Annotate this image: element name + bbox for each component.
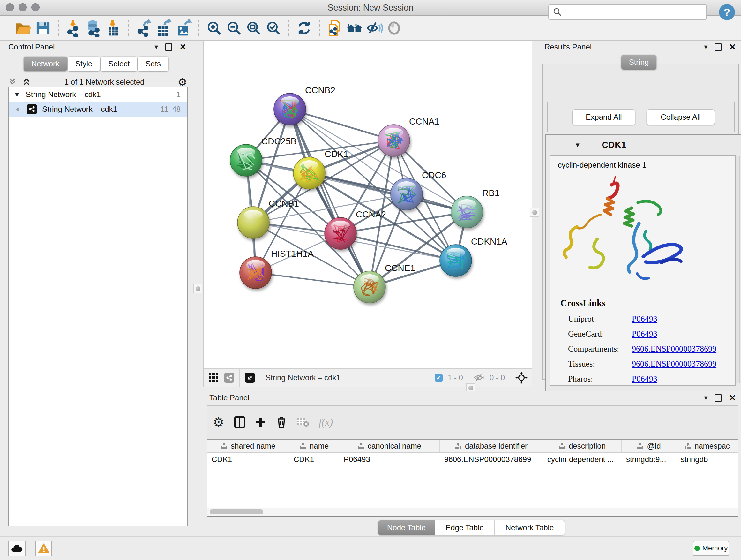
column-header[interactable]: description bbox=[543, 440, 622, 452]
table-cell[interactable]: CDK1 bbox=[207, 453, 289, 466]
column-header[interactable]: database identifier bbox=[440, 440, 543, 452]
table-horizontal-scrollbar[interactable] bbox=[207, 508, 738, 516]
panel-float-icon[interactable] bbox=[165, 44, 172, 51]
zoom-selected-button[interactable] bbox=[264, 18, 283, 38]
section-disclosure-icon[interactable]: ▼ bbox=[575, 141, 581, 149]
crosslink-link[interactable]: P06493 bbox=[632, 329, 657, 339]
network-row-selected[interactable]: ● String Network – cdk1 11 48 bbox=[9, 102, 187, 117]
gene-section-header[interactable]: ▼ CDK1 bbox=[546, 135, 741, 155]
right-splitter-handle[interactable] bbox=[530, 208, 539, 217]
node-CDC25B[interactable] bbox=[230, 144, 262, 176]
crosslink-link[interactable]: 9606.ENSP00000378699 bbox=[632, 344, 717, 354]
search-input[interactable] bbox=[562, 5, 706, 19]
node-CCNA2[interactable] bbox=[325, 217, 356, 249]
column-header[interactable]: canonical name bbox=[339, 440, 440, 452]
home-browser-button[interactable] bbox=[345, 18, 364, 38]
results-scrollbar[interactable] bbox=[736, 156, 740, 383]
cloud-button[interactable] bbox=[8, 541, 26, 557]
help-button[interactable]: ? bbox=[719, 4, 735, 20]
table-row[interactable]: CDK1CDK1P064939606.ENSP00000378699cyclin… bbox=[207, 453, 738, 466]
tab-sets[interactable]: Sets bbox=[138, 57, 169, 71]
left-splitter-handle[interactable] bbox=[193, 284, 202, 293]
collapse-all-icon[interactable] bbox=[8, 77, 17, 87]
delete-table-icon-disabled[interactable] bbox=[296, 417, 309, 427]
node-CCNB1[interactable] bbox=[238, 206, 269, 239]
show-graphics-details-button-disabled[interactable] bbox=[384, 18, 404, 38]
panel-close-icon[interactable]: ✕ bbox=[729, 394, 736, 402]
edge-CCNB2-CCNA1[interactable] bbox=[290, 109, 394, 140]
export-table-button[interactable] bbox=[154, 18, 174, 38]
hidden-count-eye-icon[interactable] bbox=[474, 373, 484, 382]
bottom-splitter-handle[interactable] bbox=[466, 383, 475, 392]
network-options-gear-icon[interactable]: ⚙ bbox=[178, 77, 187, 87]
open-in-window-icon[interactable] bbox=[245, 373, 255, 383]
node-CCNA1[interactable] bbox=[378, 125, 410, 157]
panel-float-icon[interactable] bbox=[715, 394, 722, 401]
zoom-out-button[interactable] bbox=[224, 18, 244, 38]
tab-network[interactable]: Network bbox=[23, 57, 67, 71]
edge-HIST1H1A-CCNE1[interactable] bbox=[256, 273, 369, 287]
selected-count-checkbox[interactable]: ✓ bbox=[435, 374, 443, 381]
tab-edge-table[interactable]: Edge Table bbox=[435, 520, 495, 535]
zoom-fit-button[interactable] bbox=[244, 18, 264, 38]
open-session-button[interactable] bbox=[13, 18, 33, 38]
global-search-field[interactable] bbox=[548, 4, 707, 20]
warnings-button[interactable] bbox=[36, 541, 52, 557]
column-header[interactable]: name bbox=[289, 440, 339, 452]
crosslink-link[interactable]: P06493 bbox=[632, 374, 657, 384]
export-image-button[interactable] bbox=[174, 18, 193, 38]
table-cell[interactable]: CDK1 bbox=[289, 453, 339, 466]
panel-menu-icon[interactable]: ▾ bbox=[704, 44, 708, 51]
node-HIST1H1A[interactable] bbox=[240, 257, 272, 289]
table-cell[interactable]: cyclin-dependent ... bbox=[543, 453, 622, 466]
node-CDKN1A[interactable] bbox=[440, 245, 472, 276]
table-cell[interactable]: P06493 bbox=[339, 453, 440, 466]
column-header[interactable]: shared name bbox=[207, 440, 289, 452]
disclosure-triangle-icon[interactable]: ▼ bbox=[14, 91, 20, 98]
network-canvas[interactable]: CCNB2CCNA1CDC25BCDK1CDC6RB1CCNB1CCNA2CDK… bbox=[204, 41, 532, 368]
delete-column-icon[interactable] bbox=[276, 416, 287, 428]
table-options-gear-icon[interactable]: ⚙ bbox=[213, 416, 224, 428]
tab-network-table[interactable]: Network Table bbox=[495, 520, 564, 535]
crosslink-link[interactable]: 9606.ENSP00000378699 bbox=[632, 359, 717, 369]
tab-select[interactable]: Select bbox=[100, 57, 137, 71]
export-network-button[interactable] bbox=[134, 18, 154, 38]
expand-all-icon[interactable] bbox=[22, 77, 31, 87]
edge-CCNB2-CCNE1[interactable] bbox=[290, 109, 369, 287]
node-CCNB2[interactable] bbox=[274, 93, 306, 125]
import-table-button[interactable] bbox=[104, 18, 123, 38]
network-share-icon[interactable] bbox=[224, 373, 234, 383]
column-header[interactable]: namespac bbox=[676, 440, 738, 452]
scrollbar-thumb[interactable] bbox=[210, 509, 263, 514]
expand-all-button[interactable]: Expand All bbox=[572, 109, 635, 125]
panel-close-icon[interactable]: ✕ bbox=[179, 43, 186, 51]
node-CCNE1[interactable] bbox=[354, 271, 386, 303]
import-network-from-database-button[interactable] bbox=[84, 18, 104, 38]
hide-graphics-details-button[interactable] bbox=[364, 18, 384, 38]
panel-menu-icon[interactable]: ▾ bbox=[154, 44, 158, 51]
add-column-icon[interactable] bbox=[255, 416, 266, 428]
tab-node-table[interactable]: Node Table bbox=[378, 520, 435, 535]
function-builder-icon-disabled[interactable]: f(x) bbox=[319, 416, 333, 428]
zoom-in-button[interactable] bbox=[204, 18, 224, 38]
table-cell[interactable]: stringdb:9... bbox=[622, 453, 676, 466]
table-cell[interactable]: stringdb bbox=[676, 453, 738, 466]
clone-network-button[interactable] bbox=[325, 18, 345, 38]
panel-close-icon[interactable]: ✕ bbox=[729, 43, 736, 51]
panel-menu-icon[interactable]: ▾ bbox=[704, 394, 708, 401]
collapse-all-button[interactable]: Collapse All bbox=[647, 109, 715, 125]
tab-string[interactable]: String bbox=[621, 55, 657, 70]
show-columns-icon[interactable] bbox=[234, 416, 246, 428]
refresh-button[interactable] bbox=[294, 18, 314, 38]
network-collection-row[interactable]: ▼ String Network – cdk1 1 bbox=[9, 87, 187, 102]
node-RB1[interactable] bbox=[451, 196, 483, 228]
save-session-button[interactable] bbox=[33, 18, 53, 38]
panel-float-icon[interactable] bbox=[715, 44, 722, 51]
memory-button[interactable]: Memory bbox=[693, 541, 729, 556]
table-cell[interactable]: 9606.ENSP00000378699 bbox=[440, 453, 543, 466]
tab-style[interactable]: Style bbox=[68, 57, 100, 71]
pan-crosshair-icon[interactable] bbox=[515, 372, 528, 384]
view-grid-icon[interactable] bbox=[208, 372, 219, 383]
import-network-button[interactable] bbox=[64, 18, 84, 38]
crosslink-link[interactable]: P06493 bbox=[632, 314, 657, 324]
